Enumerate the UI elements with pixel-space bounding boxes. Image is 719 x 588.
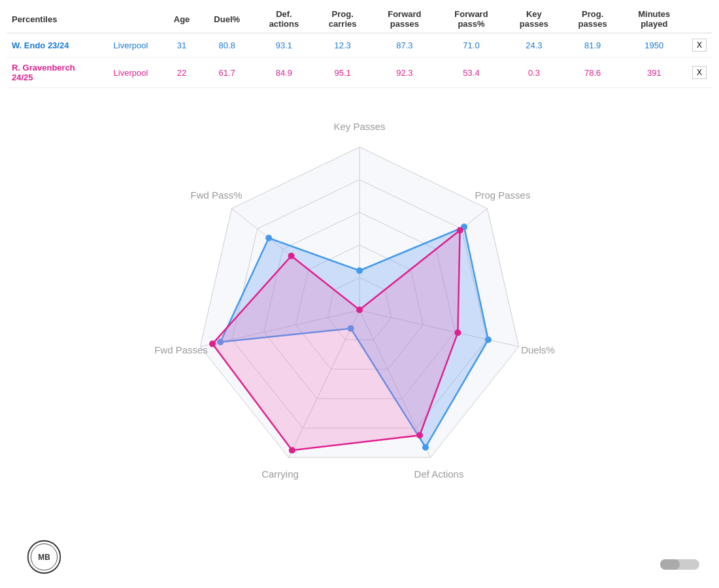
- svg-text:Carrying: Carrying: [261, 468, 299, 480]
- player-minutes: 1950: [622, 33, 686, 57]
- player-duel: 80.8: [200, 33, 254, 57]
- svg-point-27: [265, 235, 272, 241]
- svg-point-33: [289, 447, 295, 453]
- player-fwd-pass-pct: 71.0: [438, 33, 505, 57]
- stats-table-container: Percentiles Age Duel% Def.actions Prog.c…: [0, 0, 719, 88]
- col-header-minutes: Minutesplayed: [622, 5, 686, 33]
- svg-text:Key Passes: Key Passes: [333, 121, 385, 132]
- col-header-prog-carries: Prog.carries: [314, 5, 371, 33]
- svg-point-29: [356, 306, 363, 313]
- player-key-passes: 0.3: [505, 57, 563, 88]
- svg-point-23: [485, 336, 492, 343]
- svg-text:Prog Passes: Prog Passes: [475, 189, 530, 201]
- player-key-passes: 24.3: [505, 33, 563, 57]
- remove-button[interactable]: X: [692, 39, 707, 52]
- player-age: 22: [163, 57, 200, 88]
- player-prog-passes: 78.6: [563, 57, 622, 88]
- col-header-team: [98, 5, 163, 33]
- player-fwd-passes: 87.3: [371, 33, 438, 57]
- svg-text:Fwd Passes: Fwd Passes: [154, 344, 208, 355]
- svg-text:Fwd Pass%: Fwd Pass%: [190, 189, 242, 201]
- player-fwd-passes: 92.3: [371, 57, 438, 88]
- logo: MB: [26, 539, 62, 575]
- radar-chart: Key PassesProg PassesDuels%Def ActionsCa…: [137, 95, 582, 526]
- svg-point-31: [454, 329, 461, 336]
- player-minutes: 391: [622, 57, 686, 88]
- player-def-actions: 93.1: [254, 33, 314, 57]
- col-header-forward-passes: Forwardpasses: [371, 5, 438, 33]
- scroll-thumb[interactable]: [660, 559, 680, 570]
- svg-text:Duels%: Duels%: [521, 344, 555, 355]
- svg-point-24: [422, 444, 429, 451]
- stats-table: Percentiles Age Duel% Def.actions Prog.c…: [7, 5, 712, 88]
- player-name: W. Endo 23/24: [7, 33, 98, 57]
- col-header-age: Age: [163, 5, 200, 33]
- col-header-prog-passes: Prog.passes: [563, 5, 622, 33]
- col-header-action: [686, 5, 712, 33]
- player-prog-carries: 95.1: [314, 57, 371, 88]
- svg-point-21: [356, 267, 363, 274]
- remove-button[interactable]: X: [692, 66, 707, 79]
- col-header-duel: Duel%: [200, 5, 254, 33]
- scroll-bar[interactable]: [660, 559, 699, 570]
- player-duel: 61.7: [200, 57, 254, 88]
- svg-point-34: [209, 340, 216, 347]
- player-age: 31: [163, 33, 200, 57]
- col-header-def-actions: Def.actions: [254, 5, 314, 33]
- col-header-percentiles: Percentiles: [7, 5, 98, 33]
- player-remove[interactable]: X: [686, 33, 712, 57]
- svg-point-35: [288, 253, 295, 259]
- player-team: Liverpool: [98, 33, 163, 57]
- svg-text:Def Actions: Def Actions: [414, 468, 464, 480]
- svg-text:MB: MB: [38, 553, 50, 562]
- player-name: R. Gravenberch 24/25: [7, 57, 98, 88]
- player-prog-carries: 12.3: [314, 33, 371, 57]
- player-prog-passes: 81.9: [563, 33, 622, 57]
- player-remove[interactable]: X: [686, 57, 712, 88]
- col-header-forward-pass-pct: Forwardpass%: [438, 5, 505, 33]
- radar-chart-container: Key PassesProg PassesDuels%Def ActionsCa…: [0, 95, 719, 526]
- player-team: Liverpool: [98, 57, 163, 88]
- svg-point-32: [416, 432, 423, 438]
- player-fwd-pass-pct: 53.4: [438, 57, 505, 88]
- player-def-actions: 84.9: [254, 57, 314, 88]
- col-header-key-passes: Keypasses: [505, 5, 563, 33]
- svg-point-30: [457, 227, 463, 233]
